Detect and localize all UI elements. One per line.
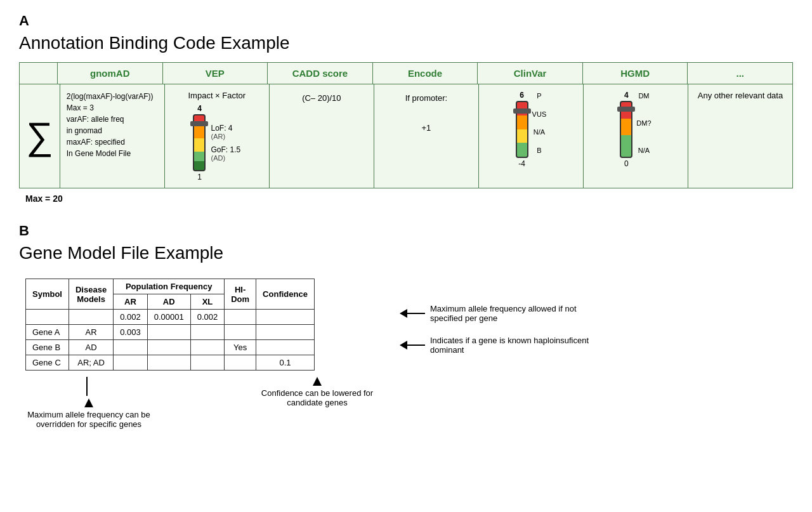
other-text: Any other relevant data (695, 91, 786, 100)
vep-thermo-top: 4 (197, 104, 202, 113)
vep-gof: GoF: 1.5 (211, 145, 240, 154)
clinvar-thermo: 6 -4 (516, 91, 528, 168)
hgmd-label-dm2: DM? (636, 119, 651, 127)
th-ar: AR (114, 294, 148, 310)
right-note-2: Indicates if a gene is known haploinsufi… (400, 336, 595, 355)
gnomad-line3: maxAF: specified (67, 136, 158, 148)
vep-cell: Impact × Factor 4 1 LoF: 4 (AR) GoF: 1.5 (165, 84, 270, 188)
row1-ad (147, 325, 190, 340)
header-hgmd: HGMD (583, 63, 688, 84)
section-b-title: Gene Model File Example (19, 243, 793, 263)
vep-thermo: 4 1 (193, 104, 206, 181)
clinvar-thermo-bar (516, 101, 528, 158)
clinvar-thermo-slider (513, 108, 531, 114)
right-note-1-text: Maximum allele frequency allowed if not … (430, 304, 595, 323)
row0-xl: 0.002 (190, 310, 225, 325)
section-b-label: B (19, 223, 793, 239)
row1-hidom (225, 325, 256, 340)
bottom-note-1-text: Maximum allele frequency can be overridd… (25, 410, 152, 429)
row1-confidence (256, 325, 315, 340)
gnomad-content: 2(log(maxAF)-log(varAF)) Max = 3 varAF: … (67, 91, 158, 159)
arrow-left-icon-2 (400, 341, 425, 350)
encode-line2: +1 (381, 121, 472, 135)
clinvar-top-val: 6 (520, 91, 524, 100)
clinvar-label-p: P (532, 92, 547, 100)
row0-ad: 0.00001 (147, 310, 190, 325)
svg-marker-1 (313, 377, 322, 386)
header-other: ... (688, 63, 792, 84)
cadd-cell: (C– 20)/10 (270, 84, 374, 188)
arrow-up-icon-1 (84, 398, 93, 407)
svg-marker-3 (400, 309, 407, 318)
section-a-label: A (19, 13, 793, 29)
annotation-binding-table: gnomAD VEP CADD score Encode ClinVar HGM… (19, 62, 793, 188)
vep-lof: LoF: 4 (211, 124, 240, 133)
th-xl: XL (190, 294, 225, 310)
row3-xl (190, 355, 225, 371)
encode-line1: If promoter: (381, 91, 472, 105)
hgmd-wrapper: 4 0 DM DM? N/A (590, 91, 681, 168)
ann-body-row: ∑ 2(log(maxAF)-log(varAF)) Max = 3 varAF… (20, 84, 792, 188)
vep-content: 4 1 LoF: 4 (AR) GoF: 1.5 (AD) (171, 104, 263, 181)
vep-gof-sub: (AD) (211, 154, 240, 162)
gene-model-section: Symbol Disease Models Population Frequen… (19, 272, 793, 429)
th-disease: Disease Models (69, 279, 113, 310)
gnomad-max: Max = 3 (67, 102, 158, 114)
section-a-title: Annotation Binding Code Example (19, 33, 793, 53)
right-note-1: Maximum allele frequency allowed if not … (400, 304, 595, 323)
row1-disease: AR (69, 325, 113, 340)
svg-marker-5 (400, 341, 407, 350)
bottom-annotations: Maximum allele frequency can be overridd… (25, 377, 381, 429)
hgmd-label-na: N/A (636, 147, 651, 154)
bottom-note-2: Confidence can be lowered for candidate … (254, 377, 381, 429)
arrow-up-icon-2 (313, 377, 322, 386)
header-encode: Encode (373, 63, 478, 84)
vep-lof-sub: (AR) (211, 133, 240, 140)
row1-symbol: Gene A (26, 325, 69, 340)
hgmd-thermo: 4 0 (620, 91, 632, 168)
clinvar-labels: P VUS N/A B (532, 91, 547, 154)
hgmd-cell: 4 0 DM DM? N/A (584, 84, 688, 188)
row2-confidence (256, 340, 315, 355)
hgmd-thermo-slider (617, 107, 635, 112)
row0-confidence (256, 310, 315, 325)
vep-labels: LoF: 4 (AR) GoF: 1.5 (AD) (211, 124, 240, 162)
table-row-1: Gene A AR 0.003 (26, 325, 315, 340)
hgmd-labels: DM DM? N/A (636, 91, 651, 154)
arrow-left-icon-1 (400, 309, 425, 318)
clinvar-label-vus: VUS (532, 110, 547, 118)
row2-hidom: Yes (225, 340, 256, 355)
header-clinvar: ClinVar (478, 63, 583, 84)
section-b: B Gene Model File Example Symbol Disease… (19, 223, 793, 429)
bottom-arrow-1 (86, 377, 91, 396)
row0-symbol (26, 310, 69, 325)
bottom-note-2-text: Confidence can be lowered for candidate … (254, 388, 381, 407)
gene-model-table: Symbol Disease Models Population Frequen… (25, 279, 315, 371)
gnomad-line1: varAF: allele freq (67, 114, 158, 125)
table-row-0: 0.002 0.00001 0.002 (26, 310, 315, 325)
hgmd-bottom-val: 0 (624, 159, 629, 168)
table-row-3: Gene C AR; AD 0.1 (26, 355, 315, 371)
gnomad-line2: in gnomad (67, 125, 158, 136)
encode-cell: If promoter: +1 (374, 84, 479, 188)
th-symbol: Symbol (26, 279, 69, 310)
clinvar-bottom-val: -4 (518, 159, 525, 168)
right-annotations: Maximum allele frequency allowed if not … (400, 272, 595, 355)
row2-ad (147, 340, 190, 355)
other-cell: Any other relevant data (688, 84, 792, 188)
table-row-2: Gene B AD Yes (26, 340, 315, 355)
row3-disease: AR; AD (69, 355, 113, 371)
section-a: A Annotation Binding Code Example gnomAD… (19, 13, 793, 204)
cadd-formula: (C– 20)/10 (276, 91, 367, 105)
row0-disease (69, 310, 113, 325)
row3-ar (114, 355, 148, 371)
row2-ar (114, 340, 148, 355)
clinvar-label-na: N/A (532, 128, 547, 136)
vep-thermo-bottom: 1 (197, 173, 202, 181)
gnomad-formula: 2(log(maxAF)-log(varAF)) (67, 91, 158, 102)
vep-thermo-slider (190, 121, 208, 126)
row3-ad (147, 355, 190, 371)
hgmd-thermo-bar (620, 101, 632, 158)
header-vep: VEP (163, 63, 268, 84)
bottom-note-1: Maximum allele frequency can be overridd… (25, 377, 152, 429)
